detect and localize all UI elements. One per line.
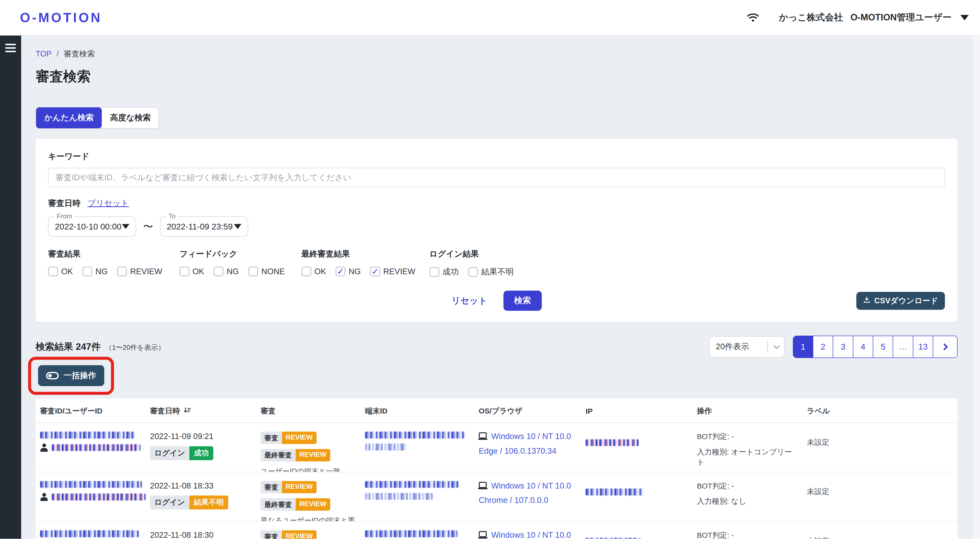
ip-link-redacted[interactable] [585,488,643,496]
audit-status-badge: 審査REVIEW [261,481,316,493]
group-label: ログイン結果 [429,249,523,260]
final-audit-status-badge: 最終審査REVIEW [261,498,330,510]
ip-link-redacted[interactable] [585,538,641,539]
keyword-label: キーワード [48,151,945,162]
input-type: 入力種別: なし [697,496,746,506]
checkbox-feedback-ok[interactable]: OK [180,266,204,276]
checkbox-final-review[interactable]: REVIEW [370,266,415,276]
checkbox-final-ng[interactable]: NG [336,266,361,276]
user-icon [40,444,48,452]
date-from-select[interactable]: From 2022-10-10 00:00 [48,216,136,237]
tab-simple-search[interactable]: かんたん検索 [36,108,102,128]
o-motion-logo[interactable]: O-MOTION [20,10,102,25]
breadcrumb-current: 審査検索 [64,49,95,59]
checkbox-audit-ng[interactable]: NG [83,266,108,276]
cell-audit-datetime: 2022-11-09 09:21 ログイン成功 [146,423,256,472]
col-os-browser: OS/ブラウザ [474,398,581,422]
user-id-link-redacted[interactable] [52,444,141,451]
scrollbar[interactable] [972,36,980,539]
caret-down-icon [960,15,969,21]
wifi-icon [747,13,759,22]
checkbox-login-success[interactable]: 成功 [429,266,459,277]
page-size-value: 20件表示 [716,341,767,352]
bot-judgement: BOT判定: - [697,530,734,539]
ip-link-redacted[interactable] [585,439,639,446]
hamburger-menu-icon[interactable] [5,44,16,539]
keyword-input[interactable] [48,168,945,187]
audit-id-link-redacted[interactable] [40,431,134,439]
page-button-13[interactable]: 13 [913,336,933,357]
device-id-link-redacted[interactable] [365,444,406,450]
breadcrumb-top-link[interactable]: TOP [36,49,51,59]
browser-link[interactable]: Edge / 106.0.1370.34 [479,446,557,456]
checkbox-final-ok[interactable]: OK [301,266,326,276]
cell-audit: 審査REVIEW 最終審査REVIEW ユーザーIDの端末と一致 [256,423,361,472]
caret-down-icon [122,224,129,229]
page-button-3[interactable]: 3 [833,336,853,357]
o-motion-app: O-MOTION かっこ株式会社 O-MOTION管理ユーザー TOP [0,0,980,539]
bot-judgement: BOT判定: - [697,431,734,442]
audit-id-link-redacted[interactable] [40,530,139,537]
device-id-link-redacted[interactable] [365,431,465,439]
os-link[interactable]: Windows 10 / NT 10.0 [479,431,571,441]
col-operation: 操作 [692,398,803,422]
search-button[interactable]: 検索 [503,291,541,311]
cell-label: 未設定 [803,522,958,539]
tab-advanced-search[interactable]: 高度な検索 [102,108,159,128]
audit-status-badge: 審査REVIEW [261,431,316,444]
checkbox-feedback-none[interactable]: NONE [248,266,285,276]
results-table: 審査ID/ユーザーID 審査日時 審査 端末ID OS/ブラウザ IP [36,398,957,539]
page-button-5[interactable]: 5 [873,336,893,357]
checkbox [429,267,439,277]
os-link[interactable]: Windows 10 / NT 10.0 [479,481,571,490]
checkbox-audit-review[interactable]: REVIEW [117,266,162,276]
audit-datetime: 2022-11-08 18:33 [150,481,213,490]
account-menu[interactable]: かっこ株式会社 O-MOTION管理ユーザー [747,11,969,24]
csv-download-button[interactable]: CSVダウンロード [856,292,945,310]
device-id-link-redacted[interactable] [365,481,459,488]
page-size-select[interactable]: 20件表示 [709,336,785,357]
bulk-action-button[interactable]: 一括操作 [38,365,104,386]
cell-device-id [361,423,474,472]
device-id-link-redacted[interactable] [365,530,458,537]
page-button-2[interactable]: 2 [813,336,833,357]
user-name: O-MOTION管理ユーザー [850,11,951,24]
page-button-1[interactable]: 1 [793,336,813,357]
input-type: 入力種別: オートコンプリート [697,447,797,468]
device-id-link-redacted[interactable] [365,493,433,500]
checkbox-audit-ok[interactable]: OK [48,266,73,276]
cell-label: 未設定 [803,423,958,472]
reset-button[interactable]: リセット [452,295,487,306]
audit-id-link-redacted[interactable] [40,481,142,488]
checkbox [301,266,311,276]
main-content: TOP / 審査検索 審査検索 かんたん検索 高度な検索 キーワード 審査日時 … [21,36,980,539]
toggle-icon [46,372,59,379]
checkbox-checked [370,266,380,276]
top-header: O-MOTION かっこ株式会社 O-MOTION管理ユーザー [0,0,980,36]
caret-down-icon [234,224,242,229]
cell-audit: 審査REVIEW 最終審査REVIEW 異なるユーザーIDの端末と重複 [256,472,361,522]
results-summary: 検索結果 247件 （1〜20件を表示） [36,341,165,353]
audit-datetime: 2022-11-09 09:21 [150,431,213,441]
os-link[interactable]: Windows 10 / NT 10.0 [479,530,571,539]
group-label: 審査結果 [48,249,179,260]
checkbox-login-unknown[interactable]: 結果不明 [468,266,514,277]
sort-icon[interactable] [183,406,191,416]
page-ellipsis[interactable]: … [893,336,913,357]
table-row: 2022-11-08 18:30 ログイン結果不明 審査REVIEW 最終審査R… [36,522,957,539]
checkbox-feedback-ng[interactable]: NG [213,266,239,276]
date-from-value: 2022-10-10 00:00 [55,222,122,231]
user-id-link-redacted[interactable] [52,493,146,501]
breadcrumb: TOP / 審査検索 [36,49,957,59]
cell-label: 未設定 [803,472,958,522]
next-page-button[interactable] [933,336,957,357]
browser-link[interactable]: Chrome / 107.0.0.0 [479,496,548,505]
cell-audit-datetime: 2022-11-08 18:33 ログイン結果不明 [146,472,256,522]
cell-audit-datetime: 2022-11-08 18:30 ログイン結果不明 [146,522,256,539]
checkbox [468,267,478,277]
results-count: 検索結果 247件 [36,341,101,353]
page-button-4[interactable]: 4 [853,336,873,357]
filter-group-feedback: フィードバック OK NG NONE [180,249,301,277]
preset-link[interactable]: プリセット [88,198,129,209]
date-to-select[interactable]: To 2022-11-09 23:59 [160,216,248,237]
